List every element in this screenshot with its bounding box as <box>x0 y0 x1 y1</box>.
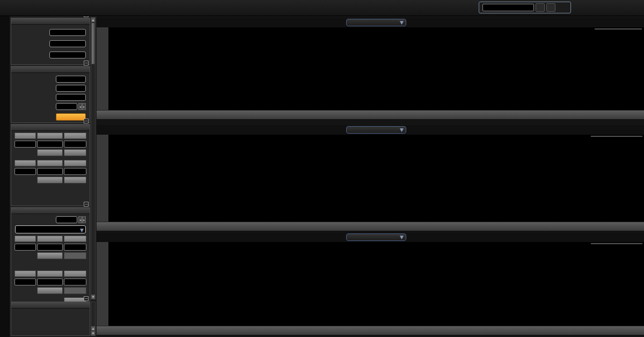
chevron-down-icon: ▼ <box>400 234 404 241</box>
seg-start-header <box>14 236 36 242</box>
phase-legend <box>591 243 642 244</box>
device-info-header <box>11 18 90 25</box>
preset-dropdown[interactable]: ▼ <box>15 225 86 233</box>
level-stepper: ◂▸ <box>78 216 86 223</box>
peq-freq-header <box>14 270 36 277</box>
phase-remove-button[interactable] <box>64 177 86 184</box>
taper-input[interactable] <box>56 103 77 110</box>
peq-gain-input[interactable] <box>37 279 63 285</box>
new-session-folder-icon[interactable] <box>536 3 545 12</box>
time-title-dropdown[interactable]: ▼ <box>346 19 406 26</box>
scroll-down-icon[interactable]: ▼ <box>91 295 95 299</box>
seg-add-button[interactable] <box>37 252 63 259</box>
magn-start-value[interactable] <box>14 141 36 148</box>
session-panel <box>479 2 571 13</box>
magnitude-y-axis <box>97 135 108 222</box>
aeq-panel: − <box>11 302 90 336</box>
seg-remove-button <box>64 252 86 259</box>
seg-stop-input[interactable] <box>37 244 63 251</box>
magn-start-header <box>14 133 36 139</box>
phase-x-axis <box>97 326 644 335</box>
phase-plot-canvas[interactable] <box>108 242 644 326</box>
cut-stop-input[interactable] <box>56 85 86 92</box>
app-root: − − ◂▸ − <box>0 0 644 337</box>
stepper-down-icon[interactable]: ◂ <box>78 103 82 110</box>
peq-add-button[interactable] <box>37 287 63 294</box>
stepper-up-icon[interactable]: ▸ <box>82 216 86 223</box>
phase-stop-value[interactable] <box>37 168 63 175</box>
chevron-down-icon: ▼ <box>400 127 404 134</box>
phase-title-dropdown[interactable]: ▼ <box>346 233 406 241</box>
chevron-down-icon: ▼ <box>400 19 404 26</box>
top-bar <box>0 0 644 16</box>
minimize-icon[interactable]: − <box>84 61 89 65</box>
seg-stop-header <box>37 236 63 242</box>
magnitude-plot-canvas[interactable] <box>108 135 644 222</box>
save-session-icon[interactable] <box>546 3 555 12</box>
time-chart-section: ▼ <box>97 18 644 120</box>
time-x-axis <box>97 110 644 119</box>
device-info-panel: − <box>11 18 90 65</box>
iir-value[interactable] <box>49 40 86 47</box>
phase-y-axis <box>97 242 108 326</box>
chevron-down-icon: ▼ <box>80 226 84 234</box>
stepper-down-icon[interactable]: ◂ <box>78 216 82 223</box>
phase-start-header <box>14 160 36 166</box>
magnitude-x-axis <box>97 222 644 231</box>
ir-window-header <box>11 67 90 73</box>
scroll-down-icon[interactable]: ▼ <box>91 331 95 335</box>
time-y-axis <box>97 27 108 110</box>
phase-add-button[interactable] <box>37 177 63 184</box>
magn-oct-header <box>64 133 86 139</box>
taper-stepper: ◂▸ <box>78 103 86 110</box>
scroll-up-icon[interactable]: ▲ <box>91 326 95 331</box>
peq-freq-input[interactable] <box>14 279 36 285</box>
channel-value[interactable] <box>49 29 86 36</box>
peq-remove-button <box>64 287 86 294</box>
sidebar-tab-strip <box>0 16 10 337</box>
aeq-scrollbar[interactable]: ▲ ▼ <box>91 302 96 336</box>
phase-chart-section: ▼ <box>97 232 644 335</box>
sidebar: − − ◂▸ − <box>10 16 97 337</box>
sidebar-scrollbar[interactable]: ▲ ▼ <box>91 17 96 299</box>
smoothing-panel: − <box>11 124 90 206</box>
magnitude-chart-section: ▼ <box>97 125 644 231</box>
peq-q-input[interactable] <box>64 279 86 285</box>
minimize-icon[interactable]: − <box>84 296 89 301</box>
phase-stop-header <box>37 160 63 166</box>
auto-win-enable-button[interactable] <box>56 113 86 121</box>
peq-q-header <box>64 270 86 277</box>
magn-stop-header <box>37 133 63 139</box>
time-plot-canvas[interactable] <box>108 27 644 110</box>
fir-value[interactable] <box>49 52 86 58</box>
peq-gain-header <box>37 270 63 277</box>
magn-add-button[interactable] <box>37 149 63 156</box>
magn-oct-value[interactable] <box>64 141 86 148</box>
aeq-header <box>11 302 90 309</box>
magnitude-title-dropdown[interactable]: ▼ <box>346 126 406 134</box>
minimize-icon[interactable]: − <box>84 119 89 123</box>
magnitude-legend <box>591 136 642 137</box>
level-input[interactable] <box>56 216 77 223</box>
scroll-up-icon[interactable]: ▲ <box>91 18 95 22</box>
magn-remove-button[interactable] <box>64 149 86 156</box>
phase-oct-header <box>64 160 86 166</box>
smoothing-header <box>11 124 90 131</box>
target-header <box>11 208 90 214</box>
phase-oct-value[interactable] <box>64 168 86 175</box>
seg-start-input[interactable] <box>14 244 36 251</box>
seg-dboct-header <box>64 236 86 242</box>
stepper-up-icon[interactable]: ▸ <box>82 103 86 110</box>
ir-window-panel: − ◂▸ <box>11 66 90 123</box>
magn-stop-value[interactable] <box>37 141 63 148</box>
session-name-input[interactable] <box>482 4 534 11</box>
phase-start-value[interactable] <box>14 168 36 175</box>
minimize-icon[interactable]: − <box>84 202 89 207</box>
cut-start-input[interactable] <box>56 76 86 83</box>
scrollbar-thumb[interactable] <box>91 23 95 64</box>
seg-dboct-input[interactable] <box>64 244 86 251</box>
time-legend <box>595 28 642 30</box>
length-input[interactable] <box>56 94 86 101</box>
